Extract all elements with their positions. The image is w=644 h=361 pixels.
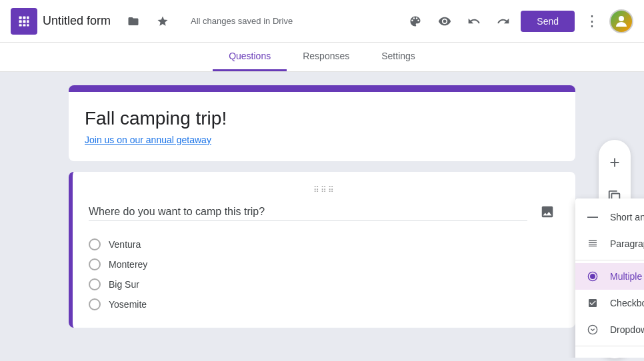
header: Untitled form All changes saved in Drive — [0, 0, 644, 43]
option-ventura: Ventura — [89, 234, 559, 254]
svg-point-12 — [588, 325, 597, 334]
preview-icon[interactable] — [433, 9, 457, 33]
dropdown-icon — [586, 323, 599, 336]
paragraph-icon — [586, 237, 599, 250]
form-subtitle[interactable]: Join us on our annual getaway — [85, 135, 559, 145]
question-type-dropdown: — Short answer Paragraph — [575, 198, 644, 358]
svg-rect-3 — [19, 20, 22, 23]
header-icons — [121, 9, 175, 33]
short-answer-icon: — — [586, 210, 599, 224]
svg-rect-1 — [23, 16, 25, 19]
send-button[interactable]: Send — [521, 11, 575, 32]
nav-tabs: Questions Responses Settings — [0, 43, 644, 72]
tab-questions[interactable]: Questions — [213, 43, 287, 71]
short-answer-label: Short answer — [610, 212, 644, 222]
add-question-button[interactable] — [599, 147, 631, 179]
checkboxes-label: Checkboxes — [610, 298, 644, 308]
svg-rect-2 — [27, 16, 29, 19]
form-title: Fall camping trip! — [85, 108, 559, 129]
more-options-icon[interactable]: ⋮ — [580, 9, 604, 33]
redo-icon[interactable] — [491, 9, 515, 33]
doc-title: Untitled form — [43, 14, 111, 28]
question-row — [89, 200, 559, 224]
drag-handle: ⠿⠿⠿ — [89, 185, 559, 194]
question-input[interactable] — [89, 203, 527, 221]
add-image-icon[interactable] — [535, 200, 559, 224]
dropdown-label: Dropdown — [610, 324, 644, 335]
dropdown-item-multiple-choice[interactable]: Multiple choice — [575, 263, 644, 290]
svg-rect-0 — [19, 16, 22, 19]
option-monterey: Monterey — [89, 254, 559, 274]
divider-2 — [575, 346, 644, 346]
header-right: Send ⋮ — [403, 9, 633, 33]
form-header-card: Fall camping trip! Join us on our annual… — [69, 85, 575, 161]
folder-icon[interactable] — [121, 9, 145, 33]
save-status: All changes saved in Drive — [191, 16, 293, 26]
option-yosemite: Yosemite — [89, 294, 559, 314]
file-upload-icon — [586, 356, 599, 358]
svg-rect-8 — [27, 24, 29, 26]
dropdown-item-paragraph[interactable]: Paragraph — [575, 230, 644, 257]
radio-monterey — [89, 258, 101, 270]
svg-rect-7 — [23, 24, 25, 26]
main-content: Fall camping trip! Join us on our annual… — [0, 72, 644, 358]
app-icon[interactable] — [11, 8, 37, 35]
dropdown-item-file-upload[interactable]: File upload — [575, 349, 644, 358]
tab-responses[interactable]: Responses — [287, 43, 365, 71]
undo-icon[interactable] — [462, 9, 486, 33]
palette-icon[interactable] — [403, 9, 427, 33]
svg-rect-6 — [19, 24, 22, 26]
radio-yosemite — [89, 298, 101, 310]
svg-point-11 — [590, 274, 595, 279]
dropdown-item-short-answer[interactable]: — Short answer — [575, 204, 644, 230]
checkboxes-icon — [586, 296, 599, 310]
option-label-monterey: Monterey — [109, 259, 147, 270]
option-label-yosemite: Yosemite — [109, 299, 147, 310]
star-icon[interactable] — [151, 9, 175, 33]
header-left: Untitled form All changes saved in Drive — [11, 8, 403, 35]
file-upload-label: File upload — [610, 357, 644, 358]
tab-settings[interactable]: Settings — [365, 43, 431, 71]
paragraph-label: Paragraph — [610, 238, 644, 249]
multiple-choice-icon — [586, 270, 599, 283]
avatar[interactable] — [609, 9, 633, 33]
multiple-choice-label: Multiple choice — [610, 271, 644, 282]
dropdown-item-dropdown[interactable]: Dropdown — [575, 316, 644, 343]
radio-ventura — [89, 238, 101, 250]
option-big-sur: Big Sur — [89, 274, 559, 294]
svg-point-9 — [619, 16, 624, 21]
option-label-ventura: Ventura — [109, 239, 141, 250]
divider-1 — [575, 260, 644, 260]
question-card: ⠿⠿⠿ Ventura Monterey Big Sur Yosemite — [69, 172, 575, 328]
option-label-big-sur: Big Sur — [109, 279, 139, 290]
svg-rect-4 — [23, 20, 25, 23]
svg-rect-5 — [27, 20, 29, 23]
radio-big-sur — [89, 278, 101, 290]
dropdown-item-checkboxes[interactable]: Checkboxes — [575, 290, 644, 316]
